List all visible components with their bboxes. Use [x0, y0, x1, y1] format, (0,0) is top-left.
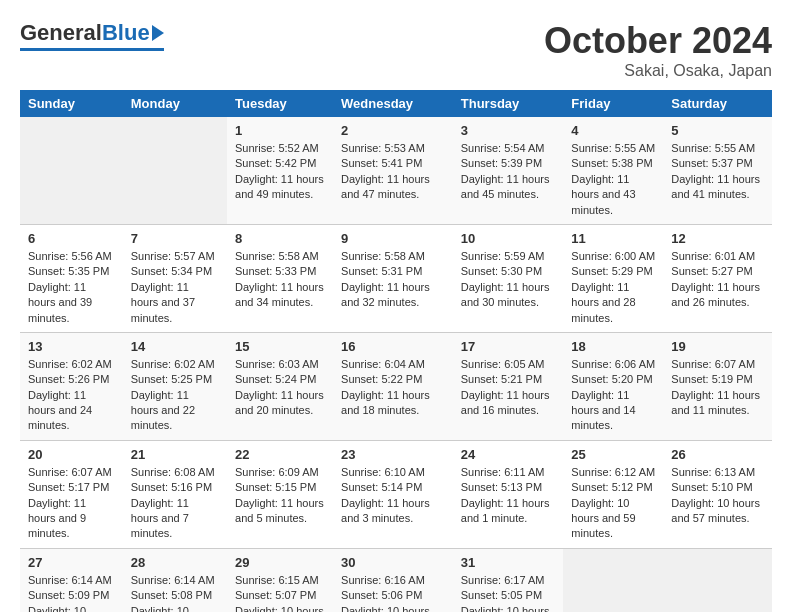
sunset: Sunset: 5:19 PM [671, 373, 752, 385]
calendar-week-row: 13Sunrise: 6:02 AMSunset: 5:26 PMDayligh… [20, 332, 772, 440]
month-title: October 2024 [544, 20, 772, 62]
daylight: Daylight: 11 hours and 1 minute. [461, 497, 550, 524]
day-number: 8 [235, 231, 325, 246]
daylight: Daylight: 11 hours and 26 minutes. [671, 281, 760, 308]
day-number: 2 [341, 123, 445, 138]
sunset: Sunset: 5:15 PM [235, 481, 316, 493]
daylight: Daylight: 10 hours and 55 minutes. [28, 605, 92, 612]
sunset: Sunset: 5:20 PM [571, 373, 652, 385]
daylight: Daylight: 11 hours and 34 minutes. [235, 281, 324, 308]
daylight: Daylight: 10 hours and 50 minutes. [341, 605, 430, 612]
daylight: Daylight: 11 hours and 18 minutes. [341, 389, 430, 416]
daylight: Daylight: 10 hours and 53 minutes. [131, 605, 195, 612]
sunrise: Sunrise: 6:06 AM [571, 358, 655, 370]
sunset: Sunset: 5:37 PM [671, 157, 752, 169]
calendar-cell: 15Sunrise: 6:03 AMSunset: 5:24 PMDayligh… [227, 332, 333, 440]
day-info: Sunrise: 5:54 AMSunset: 5:39 PMDaylight:… [461, 141, 556, 203]
day-info: Sunrise: 6:13 AMSunset: 5:10 PMDaylight:… [671, 465, 764, 527]
sunrise: Sunrise: 6:10 AM [341, 466, 425, 478]
day-info: Sunrise: 6:16 AMSunset: 5:06 PMDaylight:… [341, 573, 445, 612]
daylight: Daylight: 11 hours and 14 minutes. [571, 389, 635, 432]
calendar-cell [123, 117, 227, 224]
day-number: 16 [341, 339, 445, 354]
sunset: Sunset: 5:09 PM [28, 589, 109, 601]
calendar-cell: 9Sunrise: 5:58 AMSunset: 5:31 PMDaylight… [333, 224, 453, 332]
calendar-cell: 29Sunrise: 6:15 AMSunset: 5:07 PMDayligh… [227, 548, 333, 612]
day-info: Sunrise: 6:05 AMSunset: 5:21 PMDaylight:… [461, 357, 556, 419]
sunset: Sunset: 5:12 PM [571, 481, 652, 493]
day-number: 3 [461, 123, 556, 138]
calendar-cell: 19Sunrise: 6:07 AMSunset: 5:19 PMDayligh… [663, 332, 772, 440]
daylight: Daylight: 11 hours and 43 minutes. [571, 173, 635, 216]
sunrise: Sunrise: 6:17 AM [461, 574, 545, 586]
calendar-cell: 23Sunrise: 6:10 AMSunset: 5:14 PMDayligh… [333, 440, 453, 548]
sunrise: Sunrise: 6:00 AM [571, 250, 655, 262]
calendar-table: SundayMondayTuesdayWednesdayThursdayFrid… [20, 90, 772, 612]
daylight: Daylight: 11 hours and 49 minutes. [235, 173, 324, 200]
calendar-cell: 20Sunrise: 6:07 AMSunset: 5:17 PMDayligh… [20, 440, 123, 548]
weekday-header-thursday: Thursday [453, 90, 564, 117]
day-info: Sunrise: 6:14 AMSunset: 5:08 PMDaylight:… [131, 573, 219, 612]
day-info: Sunrise: 5:53 AMSunset: 5:41 PMDaylight:… [341, 141, 445, 203]
sunrise: Sunrise: 5:53 AM [341, 142, 425, 154]
calendar-cell: 12Sunrise: 6:01 AMSunset: 5:27 PMDayligh… [663, 224, 772, 332]
day-info: Sunrise: 5:55 AMSunset: 5:38 PMDaylight:… [571, 141, 655, 218]
daylight: Daylight: 11 hours and 32 minutes. [341, 281, 430, 308]
calendar-cell [563, 548, 663, 612]
day-info: Sunrise: 6:15 AMSunset: 5:07 PMDaylight:… [235, 573, 325, 612]
day-number: 22 [235, 447, 325, 462]
day-info: Sunrise: 6:02 AMSunset: 5:26 PMDaylight:… [28, 357, 115, 434]
calendar-cell: 8Sunrise: 5:58 AMSunset: 5:33 PMDaylight… [227, 224, 333, 332]
daylight: Daylight: 11 hours and 24 minutes. [28, 389, 92, 432]
sunrise: Sunrise: 5:55 AM [571, 142, 655, 154]
sunrise: Sunrise: 5:59 AM [461, 250, 545, 262]
day-number: 1 [235, 123, 325, 138]
sunset: Sunset: 5:30 PM [461, 265, 542, 277]
day-number: 4 [571, 123, 655, 138]
page-header: GeneralBlue October 2024 Sakai, Osaka, J… [20, 20, 772, 80]
daylight: Daylight: 11 hours and 41 minutes. [671, 173, 760, 200]
day-info: Sunrise: 6:07 AMSunset: 5:17 PMDaylight:… [28, 465, 115, 542]
sunrise: Sunrise: 6:03 AM [235, 358, 319, 370]
calendar-cell: 13Sunrise: 6:02 AMSunset: 5:26 PMDayligh… [20, 332, 123, 440]
sunrise: Sunrise: 6:13 AM [671, 466, 755, 478]
daylight: Daylight: 11 hours and 28 minutes. [571, 281, 635, 324]
sunrise: Sunrise: 6:02 AM [131, 358, 215, 370]
sunset: Sunset: 5:08 PM [131, 589, 212, 601]
day-number: 9 [341, 231, 445, 246]
sunset: Sunset: 5:17 PM [28, 481, 109, 493]
calendar-cell [663, 548, 772, 612]
calendar-week-row: 1Sunrise: 5:52 AMSunset: 5:42 PMDaylight… [20, 117, 772, 224]
calendar-cell: 17Sunrise: 6:05 AMSunset: 5:21 PMDayligh… [453, 332, 564, 440]
sunrise: Sunrise: 5:58 AM [341, 250, 425, 262]
sunrise: Sunrise: 6:07 AM [671, 358, 755, 370]
day-number: 19 [671, 339, 764, 354]
daylight: Daylight: 11 hours and 22 minutes. [131, 389, 195, 432]
sunset: Sunset: 5:34 PM [131, 265, 212, 277]
weekday-header-row: SundayMondayTuesdayWednesdayThursdayFrid… [20, 90, 772, 117]
day-info: Sunrise: 5:57 AMSunset: 5:34 PMDaylight:… [131, 249, 219, 326]
day-info: Sunrise: 5:52 AMSunset: 5:42 PMDaylight:… [235, 141, 325, 203]
sunrise: Sunrise: 5:57 AM [131, 250, 215, 262]
sunset: Sunset: 5:39 PM [461, 157, 542, 169]
sunrise: Sunrise: 5:58 AM [235, 250, 319, 262]
calendar-cell: 24Sunrise: 6:11 AMSunset: 5:13 PMDayligh… [453, 440, 564, 548]
daylight: Daylight: 10 hours and 51 minutes. [235, 605, 324, 612]
day-info: Sunrise: 6:09 AMSunset: 5:15 PMDaylight:… [235, 465, 325, 527]
weekday-header-tuesday: Tuesday [227, 90, 333, 117]
calendar-cell [20, 117, 123, 224]
day-number: 14 [131, 339, 219, 354]
sunrise: Sunrise: 6:16 AM [341, 574, 425, 586]
day-number: 17 [461, 339, 556, 354]
day-info: Sunrise: 6:17 AMSunset: 5:05 PMDaylight:… [461, 573, 556, 612]
day-number: 24 [461, 447, 556, 462]
calendar-cell: 31Sunrise: 6:17 AMSunset: 5:05 PMDayligh… [453, 548, 564, 612]
logo-general: General [20, 20, 102, 46]
sunrise: Sunrise: 5:56 AM [28, 250, 112, 262]
sunset: Sunset: 5:14 PM [341, 481, 422, 493]
sunset: Sunset: 5:35 PM [28, 265, 109, 277]
sunset: Sunset: 5:10 PM [671, 481, 752, 493]
day-info: Sunrise: 6:01 AMSunset: 5:27 PMDaylight:… [671, 249, 764, 311]
calendar-cell: 27Sunrise: 6:14 AMSunset: 5:09 PMDayligh… [20, 548, 123, 612]
sunset: Sunset: 5:25 PM [131, 373, 212, 385]
